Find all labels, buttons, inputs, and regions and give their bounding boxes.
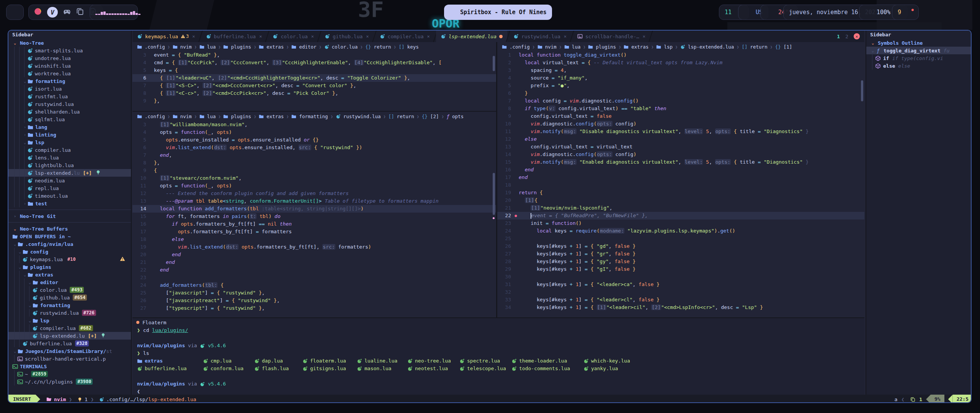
code-line-13[interactable]: 13 ---@param tbl table<string, conform.F… (132, 197, 496, 205)
tree-item[interactable]: scrollbar-handle-vertical.p (8, 355, 131, 363)
code-line-13[interactable]: 13 config.virtual_text = virtual_text (497, 143, 864, 151)
code-line-3[interactable]: 3event = { "BufRead" }, (132, 51, 496, 59)
tree-item[interactable]: ~/.c/n/l/plugins#3980 (8, 378, 131, 385)
editor-pane-color-lua[interactable]: .config❯nvim❯lua❯plugins❯extras❯editor❯c… (132, 42, 496, 111)
code-line-11[interactable]: 11 opts = function(_, opts) (132, 182, 496, 190)
close-icon[interactable]: ✕ (427, 34, 430, 39)
code-line-4[interactable]: 4 opts = function(_, opts) (132, 128, 496, 136)
floaterm-tab[interactable]: Floaterm (132, 318, 864, 327)
code-line-21[interactable]: 21 end (132, 259, 496, 266)
section-Neo-Tree Buffers[interactable]: ⌄ Neo-Tree Buffers (8, 225, 131, 233)
tree-item[interactable]: ›test (8, 200, 131, 207)
close-all-icon[interactable]: ✕ (854, 33, 860, 39)
tab-compiler.lua[interactable]: compiler.lua ✕ (375, 31, 434, 42)
code-line-33[interactable]: 33 keys[#keys + 1] = { "<leader>cl", fal… (497, 296, 864, 304)
code-line-27[interactable]: 27 keys[#keys + 1] = { "gr", false } (497, 250, 864, 258)
code-line-14[interactable]: 14 local function add_formatters(tbl :ta… (132, 205, 496, 213)
code-line-22[interactable]: 22 end (132, 266, 496, 274)
symbols-outline-sidebar[interactable]: Sidebar ⌄ Symbols Outline⌄ƒtoggle_diag_v… (866, 31, 972, 395)
code-line-5[interactable]: 5 prefix = "●", (497, 82, 864, 89)
tree-item[interactable]: compiler.lua (8, 146, 131, 154)
tab-bufferline.lua[interactable]: bufferline.lua ✕ (201, 31, 267, 42)
launcher-button[interactable] (6, 5, 24, 20)
code-line-20[interactable]: 20 end (132, 251, 496, 259)
code-line-4[interactable]: 4 source = "if_many", (497, 74, 864, 82)
tree-item[interactable]: rustywind.lua#726 (8, 309, 131, 317)
workspace-gamepad[interactable] (63, 8, 71, 17)
code-line-8[interactable]: 8}, (132, 159, 496, 167)
code-line-27[interactable]: 27 ["typescript"] = { "rustywind" }, (132, 304, 496, 312)
outline-item-toggle_diag_virtext[interactable]: ⌄ƒtoggle_diag_virtextfu (866, 47, 972, 54)
code-line-26[interactable]: 26 keys[#keys + 1] = { "gd", false } (497, 242, 864, 250)
code-line-19[interactable]: 19 vim.list_extend(dst: opts.formatters_… (132, 243, 496, 251)
tabpage-2[interactable]: 2 (845, 34, 848, 39)
code-line-3[interactable]: 3 spacing = 4, (497, 67, 864, 74)
code-line-17[interactable]: 17 opts.formatters_by_ft[ft] = formatter… (132, 228, 496, 236)
section-Neo-Tree Git[interactable]: › Neo-Tree Git (8, 212, 131, 220)
tree-item[interactable]: ›linting (8, 131, 131, 138)
code-line-1[interactable]: 1local function toggle_diag_virtext() (497, 51, 864, 59)
code-line-22[interactable]: 22 event = { "BufReadPre", "BufNewFile" … (497, 212, 864, 220)
code-line-23[interactable]: 23 (132, 274, 496, 281)
code-line-3[interactable]: 3 [1]"williamboman/mason.nvim", (132, 121, 496, 128)
section-symbols-outline[interactable]: ⌄ Symbols Outline (866, 39, 972, 47)
tree-item[interactable]: ⌄lsp (8, 138, 131, 146)
code-line-32[interactable]: 32 (497, 288, 864, 296)
tree-item[interactable]: color.lua#493 (8, 286, 131, 294)
tab-rustywind.lua[interactable]: rustywind.lua ✕ (509, 31, 571, 42)
code-line-6[interactable]: 6 { [1]"<leader>uC", [2]"<cmd>CccHighlig… (132, 74, 496, 82)
close-icon[interactable]: ✕ (564, 34, 567, 39)
code-line-9[interactable]: 9 config.virtual_text = false (497, 112, 864, 120)
code-line-24[interactable]: 24 add_formatters(tbl: { (132, 281, 496, 289)
media-player-widget[interactable]: Spiritbox - Rule Of Nines (444, 5, 552, 20)
workspace-copy[interactable] (76, 8, 84, 17)
tree-item[interactable]: ⌄formatting (8, 301, 131, 309)
scrollbar-handle[interactable] (861, 80, 863, 101)
terminal-prompt[interactable]: ❮ (132, 388, 864, 395)
tree-item[interactable]: rustywind.lua (8, 100, 131, 108)
close-icon[interactable]: ✕ (192, 34, 195, 39)
tree-item[interactable]: OPEN BUFFERS in ~ (8, 233, 131, 240)
breadcrumb[interactable]: .config❯nvim❯lua❯plugins❯extras❯editor❯c… (132, 42, 496, 51)
tree-item[interactable]: worktree.lua (8, 70, 131, 77)
tree-item[interactable]: github.lua#654 (8, 294, 131, 301)
code-line-12[interactable]: 12 --- Extend the conform plugin config … (132, 190, 496, 197)
tree-item[interactable]: smart-splits.lua (8, 47, 131, 54)
tree-item[interactable]: ⌄extras (8, 271, 131, 278)
tree-item[interactable]: lens.lua (8, 154, 131, 161)
code-line-10[interactable]: 10 vim.diagnostic.config(opts: config) (497, 120, 864, 128)
code-line-9[interactable]: 9}, (132, 97, 496, 105)
tree-item[interactable]: rustfmt.lua (8, 93, 131, 100)
tree-item[interactable]: compiler.lua#682 (8, 324, 131, 332)
tree-item[interactable]: lsp-extended.lu[+] (8, 169, 131, 177)
code-line-7[interactable]: 7 end, (132, 151, 496, 159)
tree-item[interactable]: ›lang (8, 123, 131, 131)
code-line-2[interactable]: 2 local virtual_text = { -- Default virt… (497, 59, 864, 67)
tree-item[interactable]: winshift.lua (8, 62, 131, 70)
code-line-19[interactable]: 19return { (497, 189, 864, 197)
code-line-16[interactable]: 16 if opts.formatters_by_ft[ft] == nil t… (132, 220, 496, 228)
code-line-34[interactable]: 34 keys[#keys + 1] = { [1]"<leader>cil",… (497, 304, 864, 311)
tree-item[interactable]: lightbulb.lua (8, 161, 131, 169)
code-line-25[interactable]: 25 ["javascript"] = { "rustywind" }, (132, 289, 496, 297)
code-line-26[interactable]: 26 ["javascriptreact"] = { "rustywind" }… (132, 297, 496, 304)
tree-item[interactable]: keymaps.lua#10 (8, 255, 131, 263)
code-line-28[interactable]: 28 keys[#keys + 1] = { "gy", false } (497, 258, 864, 265)
neotree-sidebar[interactable]: Sidebar ⌄ Neo-Treesmart-splits.luaundotr… (8, 31, 132, 395)
code-area[interactable]: 3event = { "BufRead" },4cmd = { [1]"CccP… (132, 51, 496, 105)
code-line-18[interactable]: 18 else (132, 236, 496, 243)
code-line-11[interactable]: 11 vim.notify(msg: "Disable diagnostics … (497, 128, 864, 135)
tree-item[interactable]: timeout.lua (8, 192, 131, 200)
outline-item-else[interactable]: elseelse (866, 62, 972, 70)
tab-lsp-extended.lua[interactable]: lsp-extended.lua (436, 31, 507, 42)
tree-item[interactable]: lsp-extended.lu[+] (8, 332, 131, 340)
code-line-21[interactable]: 21 [1]"neovim/nvim-lspconfig", (497, 204, 864, 212)
tree-item[interactable]: ⌄formatting (8, 77, 131, 85)
code-line-15[interactable]: 15 vim.notify(msg: "Enabled diagnostics … (497, 158, 864, 166)
tab-keymaps.lua[interactable]: keymaps.lua 3 ✕ (132, 31, 200, 42)
tree-item[interactable]: ⌄Juegos/Indies/SteamLibrary/st (8, 347, 131, 355)
code-line-25[interactable]: 25 (497, 235, 864, 242)
tree-item[interactable]: neodim.lua (8, 177, 131, 184)
tree-item[interactable]: sqlfmt.lua (8, 115, 131, 123)
tree-item[interactable]: repl.lua (8, 184, 131, 192)
